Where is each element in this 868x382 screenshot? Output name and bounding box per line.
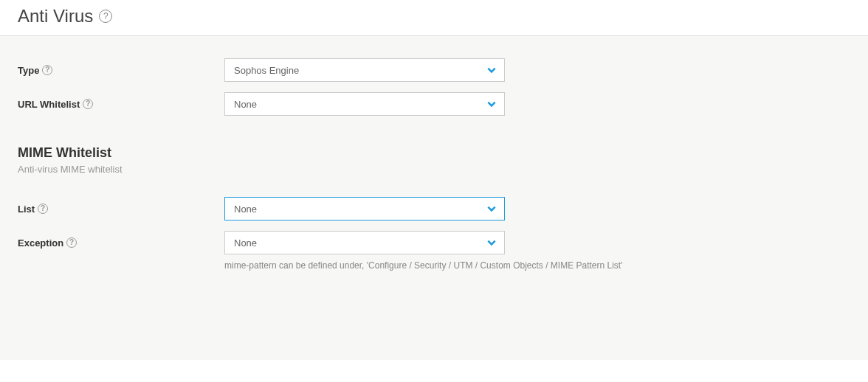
label-url-whitelist: URL Whitelist ? <box>18 99 224 110</box>
section-mime-whitelist: MIME Whitelist Anti-virus MIME whitelist <box>18 145 850 175</box>
form-area: Type ? Sophos Engine URL Whitelist ? Non… <box>0 35 868 360</box>
select-type[interactable]: Sophos Engine <box>224 58 505 82</box>
help-icon[interactable]: ? <box>42 65 52 75</box>
select-url-whitelist-value: None <box>234 99 257 110</box>
row-type: Type ? Sophos Engine <box>18 58 850 82</box>
help-icon[interactable]: ? <box>83 99 93 109</box>
select-exception-value: None <box>234 237 257 249</box>
row-url-whitelist: URL Whitelist ? None <box>18 92 850 116</box>
help-icon[interactable]: ? <box>99 10 112 23</box>
label-list: List ? <box>18 204 224 215</box>
page-title: Anti Virus ? <box>18 6 850 27</box>
section-title: MIME Whitelist <box>18 145 850 161</box>
label-list-text: List <box>18 204 35 215</box>
label-type: Type ? <box>18 65 224 76</box>
label-exception-text: Exception <box>18 237 63 249</box>
label-type-text: Type <box>18 65 39 76</box>
help-icon[interactable]: ? <box>38 204 48 214</box>
select-exception[interactable]: None <box>224 231 505 254</box>
section-subtitle: Anti-virus MIME whitelist <box>18 164 850 175</box>
page-header: Anti Virus ? <box>0 0 868 35</box>
page-title-text: Anti Virus <box>18 6 93 27</box>
label-exception: Exception ? <box>18 237 224 249</box>
select-type-value: Sophos Engine <box>234 65 299 76</box>
chevron-down-icon <box>486 99 497 109</box>
mime-hint: mime-pattern can be defined under, 'Conf… <box>224 260 850 271</box>
chevron-down-icon <box>486 237 497 248</box>
row-exception: Exception ? None <box>18 231 850 254</box>
select-list[interactable]: None <box>224 197 505 220</box>
chevron-down-icon <box>486 65 497 75</box>
select-url-whitelist[interactable]: None <box>224 92 505 116</box>
help-icon[interactable]: ? <box>66 237 77 248</box>
chevron-down-icon <box>486 204 497 214</box>
row-list: List ? None <box>18 197 850 220</box>
label-url-whitelist-text: URL Whitelist <box>18 99 80 110</box>
select-list-value: None <box>234 204 257 215</box>
